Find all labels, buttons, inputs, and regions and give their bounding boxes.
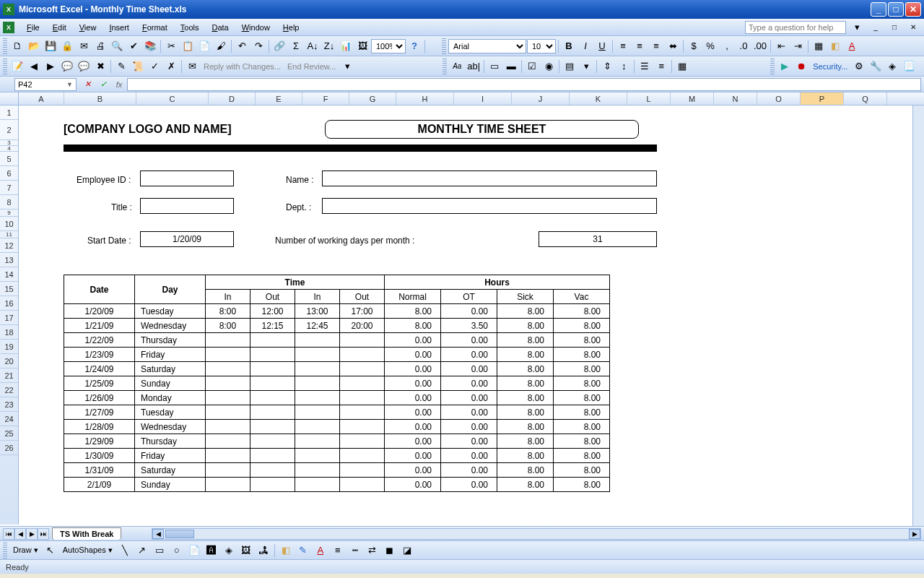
cell-ot[interactable]: 3.50 [441, 319, 497, 333]
cell-sick[interactable]: 8.00 [497, 362, 554, 376]
sheet-title-box[interactable]: MONTHLY TIME SHEET [325, 120, 639, 139]
autoshapes-button[interactable]: AutoShapes ▾ [60, 545, 116, 555]
cell-ot[interactable]: 0.00 [441, 449, 497, 463]
menu-help[interactable]: Help [276, 22, 306, 33]
reject-change-icon[interactable]: ✗ [163, 59, 179, 74]
view-code-icon[interactable]: ≡ [653, 59, 669, 74]
name-field[interactable] [322, 171, 657, 186]
line-color-icon[interactable]: ✎ [295, 543, 311, 558]
toolbar-options-icon[interactable]: ▾ [339, 59, 355, 74]
cell-in2[interactable] [295, 405, 340, 420]
row-header-20[interactable]: 20 [0, 354, 18, 368]
cell-vac[interactable]: 8.00 [554, 463, 610, 478]
align-right-icon[interactable]: ≡ [648, 38, 664, 54]
menu-edit[interactable]: Edit [46, 22, 73, 33]
table-row[interactable]: 1/23/09Friday0.000.008.008.00 [64, 348, 610, 362]
cell-sick[interactable]: 8.00 [497, 478, 554, 492]
run-macro-icon[interactable]: ▶ [777, 59, 793, 74]
cell-ot[interactable]: 0.00 [441, 405, 497, 420]
label-control-icon[interactable]: Aa [449, 59, 465, 74]
3d-icon[interactable]: ◪ [399, 543, 415, 558]
col-header-F[interactable]: F [302, 92, 349, 105]
cell-out1[interactable] [250, 362, 295, 376]
cell-out1[interactable] [250, 405, 295, 420]
row-header-2[interactable]: 2 [0, 120, 18, 140]
cell-out2[interactable] [340, 434, 385, 449]
cell-in1[interactable] [206, 362, 250, 376]
picture-icon[interactable]: 🏞 [256, 543, 271, 558]
toolbar-grip[interactable] [3, 38, 7, 54]
cell-in2[interactable] [295, 463, 340, 478]
table-row[interactable]: 1/31/09Saturday0.000.008.008.00 [64, 463, 610, 478]
italic-icon[interactable]: I [578, 38, 593, 54]
cell-in2[interactable] [295, 348, 340, 362]
timesheet-table[interactable]: Date Day Time Hours In Out In Out Normal… [64, 275, 610, 492]
script-editor-icon[interactable]: 📃 [901, 59, 917, 74]
cell-in2[interactable] [295, 391, 340, 405]
prev-comment-icon[interactable]: ◀ [26, 59, 42, 74]
cell-sick[interactable]: 8.00 [497, 304, 554, 319]
cell-ot[interactable]: 0.00 [441, 420, 497, 434]
hscroll-right-icon[interactable]: ▶ [909, 529, 920, 539]
cell-ot[interactable]: 0.00 [441, 348, 497, 362]
col-header-normal[interactable]: Normal [385, 290, 441, 304]
col-header-I[interactable]: I [454, 92, 512, 105]
cell-day[interactable]: Friday [135, 449, 206, 463]
cell-normal[interactable]: 0.00 [385, 449, 441, 463]
tab-nav-first-icon[interactable]: ⏮ [3, 528, 14, 540]
cell-vac[interactable]: 8.00 [554, 333, 610, 348]
table-row[interactable]: 1/29/09Thursday0.000.008.008.00 [64, 434, 610, 449]
cell-out2[interactable] [340, 478, 385, 492]
zoom-dropdown[interactable]: 100% [371, 39, 406, 53]
cell-normal[interactable]: 8.00 [385, 304, 441, 319]
cell-normal[interactable]: 0.00 [385, 478, 441, 492]
scrollbar-control-icon[interactable]: ⇕ [599, 59, 615, 74]
next-comment-icon[interactable]: ▶ [43, 59, 58, 74]
cell-date[interactable]: 2/1/09 [64, 478, 135, 492]
button-control-icon[interactable]: ▬ [503, 59, 519, 74]
toolbar-grip-2[interactable] [442, 38, 446, 54]
row-header-1[interactable]: 1 [0, 105, 18, 120]
cell-out1[interactable] [250, 333, 295, 348]
sheet-tab-active[interactable]: TS With Break [52, 527, 121, 540]
clipart-icon[interactable]: 🖼 [238, 543, 254, 558]
menu-format[interactable]: Format [136, 22, 174, 33]
start-date-field[interactable]: 1/20/09 [140, 231, 234, 247]
fill-color-draw-icon[interactable]: ◧ [278, 543, 294, 558]
cell-date[interactable]: 1/21/09 [64, 319, 135, 333]
table-row[interactable]: 1/26/09Monday0.000.008.008.00 [64, 391, 610, 405]
cell-in1[interactable] [206, 348, 250, 362]
cell-date[interactable]: 1/29/09 [64, 434, 135, 449]
permission-icon[interactable]: 🔒 [59, 38, 75, 54]
menu-tools[interactable]: Tools [174, 22, 206, 33]
working-days-field[interactable]: 31 [539, 231, 657, 247]
row-header-13[interactable]: 13 [0, 253, 18, 267]
cell-day[interactable]: Tuesday [135, 304, 206, 319]
new-icon[interactable]: 🗋 [9, 38, 25, 54]
cell-out2[interactable] [340, 449, 385, 463]
arrow-icon[interactable]: ↗ [134, 543, 150, 558]
employee-id-field[interactable] [140, 171, 234, 186]
cell-date[interactable]: 1/25/09 [64, 376, 135, 391]
row-header-24[interactable]: 24 [0, 412, 18, 426]
cell-sick[interactable]: 8.00 [497, 391, 554, 405]
cell-out1[interactable] [250, 434, 295, 449]
groupbox-control-icon[interactable]: ▭ [487, 59, 502, 74]
cell-normal[interactable]: 0.00 [385, 405, 441, 420]
spreadsheet-grid[interactable]: ABCDEFGHIJKLMNOPQ 1234567891011121314151… [0, 92, 924, 526]
toolbar-grip-draw[interactable] [3, 543, 7, 558]
col-header-date[interactable]: Date [64, 275, 135, 304]
font-color-icon[interactable]: A [844, 38, 860, 54]
cell-ot[interactable]: 0.00 [441, 391, 497, 405]
cell-sick[interactable]: 8.00 [497, 348, 554, 362]
row-header-6[interactable]: 6 [0, 166, 18, 181]
row-header-4[interactable]: 4 [0, 146, 18, 152]
cell-vac[interactable]: 8.00 [554, 319, 610, 333]
cell-out2[interactable] [340, 420, 385, 434]
new-comment-icon[interactable]: 📝 [9, 59, 25, 74]
arrow-style-icon[interactable]: ⇄ [365, 543, 380, 558]
cell-date[interactable]: 1/22/09 [64, 333, 135, 348]
spelling-icon[interactable]: ✔ [126, 38, 141, 54]
cell-normal[interactable]: 0.00 [385, 391, 441, 405]
cell-date[interactable]: 1/23/09 [64, 348, 135, 362]
